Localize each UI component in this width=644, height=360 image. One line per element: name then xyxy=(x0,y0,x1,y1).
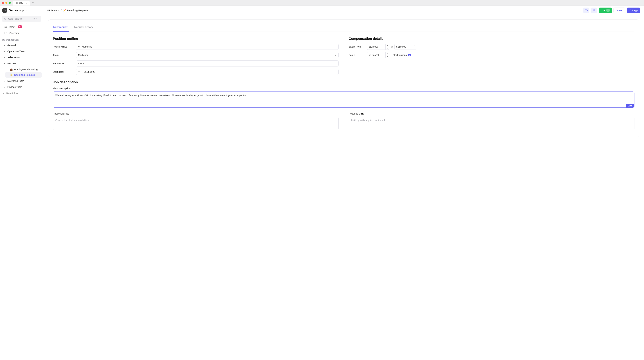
chevron-down-icon: ⌄ xyxy=(25,9,27,12)
note-icon: 📝 xyxy=(10,74,12,76)
video-call-button[interactable] xyxy=(583,8,589,13)
nav-overview-label: Overview xyxy=(10,32,19,34)
form-card: New request Request history Position out… xyxy=(48,20,639,137)
team-select[interactable]: Marketing ⌄ xyxy=(76,52,338,58)
tree-item-operations[interactable]: ▶ Operations Team xyxy=(1,49,42,54)
microphone-button[interactable] xyxy=(591,8,597,13)
inbox-icon xyxy=(4,25,8,28)
team-label: Team: xyxy=(53,54,75,56)
salary-to-stepper[interactable]: ▲▼ xyxy=(394,44,417,50)
required-skills-label: Required skills xyxy=(349,112,634,115)
step-up-icon[interactable]: ▲ xyxy=(386,52,389,55)
tab-request-history[interactable]: Request history xyxy=(74,24,93,32)
window-chrome: Uify × + xyxy=(0,0,644,6)
tree-label: HR Team xyxy=(8,62,17,65)
live-count: 2 xyxy=(606,9,610,12)
svg-point-4 xyxy=(4,18,6,20)
responsibilities-label: Responsibilities xyxy=(53,112,338,115)
salary-to-input[interactable] xyxy=(394,44,413,50)
start-date-input[interactable] xyxy=(76,69,338,75)
workspace-switcher[interactable]: D Democorp ⌄ xyxy=(0,8,43,15)
reports-to-select[interactable]: CMO ⌄ xyxy=(76,60,338,67)
bonus-stepper[interactable]: ▲▼ xyxy=(367,52,389,58)
new-tab-button[interactable]: + xyxy=(32,1,34,5)
new-folder-button[interactable]: + New Folder xyxy=(0,90,43,95)
chevron-right-icon: ▶ xyxy=(4,51,6,52)
briefcase-icon: 💼 xyxy=(10,68,12,71)
tree-item-recruiting[interactable]: 📝 Recruiting Requests xyxy=(5,72,42,78)
edit-app-button[interactable]: Edit app xyxy=(627,8,640,13)
short-description-label: Short description xyxy=(53,87,634,90)
chevron-down-icon[interactable]: ⌄ xyxy=(58,9,60,12)
start-date-label: Start date: xyxy=(53,71,75,73)
traffic-lights xyxy=(2,2,11,4)
close-tab-icon[interactable]: × xyxy=(26,2,27,5)
svg-rect-1 xyxy=(17,2,18,3)
step-down-icon[interactable]: ▼ xyxy=(386,55,389,58)
tree-label: Finance Team xyxy=(8,86,22,88)
live-button[interactable]: Live 2 xyxy=(599,8,612,13)
step-up-icon[interactable]: ▲ xyxy=(413,44,417,47)
chevron-right-icon: ▶ xyxy=(4,80,6,82)
chevron-right-icon: ▶ xyxy=(4,86,6,88)
share-button[interactable]: Share xyxy=(614,8,625,13)
app-logo-icon xyxy=(16,2,18,4)
reports-to-label: Reports to: xyxy=(53,62,75,65)
nav-overview[interactable]: Overview xyxy=(1,30,42,36)
salary-to-word: to xyxy=(391,46,393,48)
minimize-window-icon[interactable] xyxy=(5,2,8,4)
tree-item-general[interactable]: ▶ General xyxy=(1,43,42,48)
note-icon: 📝 xyxy=(63,9,66,12)
tree-item-finance[interactable]: ▶ Finance Team xyxy=(1,84,42,90)
tree-item-hr[interactable]: ▼ HR Team xyxy=(1,61,42,66)
required-skills-textarea[interactable]: List key skills required for the role xyxy=(349,117,634,130)
close-window-icon[interactable] xyxy=(2,2,4,4)
responsibilities-textarea[interactable]: Concise list of all responsibilities xyxy=(53,117,338,130)
topbar: HR Team ⌄ / 📝 Recruiting Requests Live 2… xyxy=(43,6,644,15)
cube-icon xyxy=(4,32,8,35)
quick-search[interactable]: Quick search ⌘ + P xyxy=(2,16,41,22)
reports-to-value: CMO xyxy=(78,62,84,65)
chevron-right-icon: ▶ xyxy=(4,57,6,58)
inbox-badge: 12 xyxy=(18,25,22,28)
chevron-down-icon: ⌄ xyxy=(335,62,336,65)
step-up-icon[interactable]: ▲ xyxy=(386,44,389,47)
salary-from-stepper[interactable]: ▲▼ xyxy=(367,44,389,50)
chevron-down-icon: ▼ xyxy=(4,63,6,65)
tree-item-onboarding[interactable]: 💼 Employee Onboarding xyxy=(5,67,42,72)
search-placeholder: Quick search xyxy=(8,18,22,20)
presence-indicator: John xyxy=(626,104,634,108)
tree-item-marketing[interactable]: ▶ Marketing Team xyxy=(1,78,42,84)
nav-inbox[interactable]: Inbox 12 xyxy=(1,24,42,30)
breadcrumb: HR Team ⌄ / 📝 Recruiting Requests xyxy=(47,9,88,12)
position-input[interactable] xyxy=(76,44,338,50)
svg-line-5 xyxy=(6,19,6,20)
short-description-textarea[interactable]: We are looking for a kickass VP of Marke… xyxy=(53,92,634,108)
live-label: Live xyxy=(601,9,605,12)
stock-options-label: Stock options xyxy=(392,54,407,56)
tree-item-sales[interactable]: ▶ Sales Team xyxy=(1,55,42,60)
bonus-label: Bonus xyxy=(349,54,366,56)
stock-options-checkbox[interactable]: ✓ xyxy=(408,54,411,56)
step-down-icon[interactable]: ▼ xyxy=(413,47,417,50)
maximize-window-icon[interactable] xyxy=(9,2,11,4)
video-icon xyxy=(585,9,588,12)
svg-rect-0 xyxy=(16,2,16,3)
step-down-icon[interactable]: ▼ xyxy=(386,47,389,50)
microphone-icon xyxy=(593,9,595,12)
tab-new-request[interactable]: New request xyxy=(53,24,68,32)
salary-from-input[interactable] xyxy=(367,44,386,50)
new-folder-label: New Folder xyxy=(6,92,18,95)
svg-rect-6 xyxy=(585,10,587,11)
tree-label: Operations Team xyxy=(8,50,25,53)
browser-tab[interactable]: Uify × xyxy=(13,1,30,6)
tree-label: General xyxy=(8,44,16,47)
search-shortcut: ⌘ + P xyxy=(33,18,39,20)
tree-label: Sales Team xyxy=(8,56,20,59)
start-date-value[interactable] xyxy=(78,71,336,73)
main-content: HR Team ⌄ / 📝 Recruiting Requests Live 2… xyxy=(43,6,644,360)
job-description-section-title: Job description xyxy=(53,80,634,84)
breadcrumb-root[interactable]: HR Team xyxy=(47,9,57,12)
chevron-down-icon: ⌄ xyxy=(335,54,336,56)
bonus-input[interactable] xyxy=(367,52,386,58)
